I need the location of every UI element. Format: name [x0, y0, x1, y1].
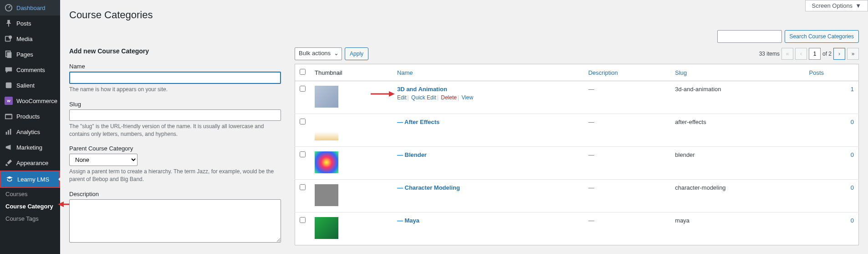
sidebar-item-salient[interactable]: Salient — [0, 78, 60, 93]
description-input[interactable] — [69, 199, 281, 243]
sidebar-label: Comments — [16, 67, 45, 73]
sidebar-sub-courses[interactable]: Courses — [0, 188, 60, 200]
svg-rect-5 — [6, 83, 12, 88]
sidebar-label: Products — [16, 113, 40, 120]
posts-count-link[interactable]: 0 — [851, 119, 854, 125]
sidebar-sub-course-category[interactable]: Course Category — [0, 200, 60, 213]
row-checkbox[interactable] — [300, 217, 306, 223]
posts-count-link[interactable]: 1 — [851, 86, 854, 93]
slug-cell: character-modeling — [670, 180, 804, 213]
search-button[interactable]: Search Course Categories — [785, 30, 859, 43]
page-last-button[interactable]: » — [847, 48, 859, 60]
svg-rect-8 — [6, 132, 7, 135]
svg-point-2 — [9, 36, 12, 39]
page-icon — [5, 50, 13, 58]
thumbnail-image — [315, 151, 338, 173]
description-cell: — — [588, 217, 594, 224]
select-all-checkbox[interactable] — [300, 69, 306, 75]
category-name-link[interactable]: — Maya — [397, 217, 419, 224]
sidebar-item-products[interactable]: Products — [0, 109, 60, 124]
apply-button[interactable]: Apply — [345, 47, 368, 60]
screen-options-button[interactable]: Screen Options▼ — [805, 0, 868, 11]
svg-rect-7 — [5, 114, 12, 115]
sidebar-item-learny-lms[interactable]: Learny LMS — [0, 171, 60, 188]
sidebar-item-marketing[interactable]: Marketing — [0, 140, 60, 155]
sidebar-item-woocommerce[interactable]: WWooCommerce — [0, 93, 60, 109]
comments-icon — [5, 66, 13, 74]
sidebar-sub-course-tags[interactable]: Course Tags — [0, 213, 60, 225]
sidebar-item-media[interactable]: Media — [0, 31, 60, 47]
page-of-text: of 2 — [822, 51, 832, 57]
main-content: Screen Options▼ Course Categories Search… — [60, 0, 868, 254]
table-column: Bulk actions ⌄ Apply 33 items « ‹ of 2 ›… — [295, 47, 859, 251]
slug-label: Slug — [69, 101, 281, 108]
pin-icon — [5, 19, 13, 27]
category-name-link[interactable]: — Blender — [397, 151, 427, 158]
sidebar-item-dashboard[interactable]: Dashboard — [0, 0, 60, 16]
item-count: 33 items — [759, 51, 780, 57]
posts-count-link[interactable]: 0 — [851, 151, 854, 158]
description-cell: — — [588, 184, 594, 191]
admin-sidebar: Dashboard Posts Media Pages Comments Sal… — [0, 0, 60, 254]
row-checkbox[interactable] — [300, 86, 306, 92]
thumbnail-image — [315, 119, 338, 140]
slug-cell: 3d-and-animation — [670, 81, 804, 114]
slug-cell: maya — [670, 213, 804, 245]
slug-cell: blender — [670, 147, 804, 180]
page-next-button[interactable]: › — [833, 48, 845, 60]
svg-rect-9 — [8, 130, 9, 135]
description-cell: — — [588, 119, 594, 125]
posts-count-link[interactable]: 0 — [851, 184, 854, 191]
pagination: 33 items « ‹ of 2 › » — [759, 48, 859, 60]
category-name-link[interactable]: — After Effects — [397, 119, 439, 125]
thumbnail-image — [315, 86, 338, 108]
view-link[interactable]: View — [461, 94, 473, 101]
col-description[interactable]: Description — [584, 64, 671, 81]
category-name-link[interactable]: 3D and Animation — [397, 86, 447, 93]
sidebar-label: Learny LMS — [17, 176, 49, 183]
parent-label: Parent Course Category — [69, 145, 281, 152]
page-current-input[interactable] — [809, 48, 821, 60]
sidebar-item-posts[interactable]: Posts — [0, 16, 60, 31]
sidebar-item-pages[interactable]: Pages — [0, 47, 60, 62]
sidebar-label: Appearance — [16, 160, 48, 166]
parent-help: Assign a parent term to create a hierarc… — [69, 168, 281, 183]
name-input[interactable] — [69, 72, 281, 84]
bulk-actions-select[interactable]: Bulk actions ⌄ — [295, 47, 342, 60]
parent-select[interactable]: None — [69, 154, 138, 166]
col-slug[interactable]: Slug — [670, 64, 804, 81]
description-cell: — — [588, 151, 594, 158]
svg-rect-4 — [7, 52, 11, 58]
search-row: Search Course Categories — [69, 30, 859, 43]
sidebar-item-analytics[interactable]: Analytics — [0, 124, 60, 140]
chevron-down-icon: ⌄ — [334, 50, 339, 57]
sidebar-label: Salient — [16, 82, 35, 89]
page-first-button[interactable]: « — [781, 48, 793, 60]
slug-input[interactable] — [69, 109, 281, 121]
row-actions: Edit| Quick Edit| Delete| View — [397, 94, 579, 101]
search-input[interactable] — [717, 30, 782, 43]
delete-link[interactable]: Delete — [441, 94, 457, 101]
slug-cell: after-effects — [670, 114, 804, 147]
products-icon — [5, 112, 13, 120]
col-thumbnail: Thumbnail — [310, 64, 393, 81]
caret-down-icon: ▼ — [855, 2, 861, 9]
thumbnail-image — [315, 217, 338, 239]
row-checkbox[interactable] — [300, 151, 306, 157]
page-title: Course Categories — [69, 9, 859, 21]
category-name-link[interactable]: — Character Modeling — [397, 184, 460, 191]
page-prev-button[interactable]: ‹ — [795, 48, 807, 60]
col-name[interactable]: Name — [393, 64, 584, 81]
row-checkbox[interactable] — [300, 119, 306, 124]
quick-edit-link[interactable]: Quick Edit — [411, 94, 436, 101]
sidebar-item-comments[interactable]: Comments — [0, 62, 60, 78]
posts-count-link[interactable]: 0 — [851, 217, 854, 224]
thumbnail-image — [315, 184, 338, 206]
sidebar-item-appearance[interactable]: Appearance — [0, 155, 60, 171]
form-heading: Add new Course Category — [69, 47, 281, 55]
edit-link[interactable]: Edit — [397, 94, 407, 101]
col-posts[interactable]: Posts — [805, 64, 859, 81]
salient-icon — [5, 81, 13, 89]
row-checkbox[interactable] — [300, 184, 306, 190]
description-cell: — — [588, 86, 594, 93]
